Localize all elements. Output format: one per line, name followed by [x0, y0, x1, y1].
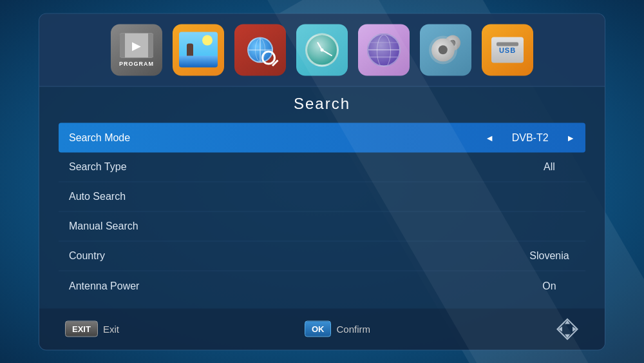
app-icon-search[interactable]	[234, 24, 286, 75]
gear-big-icon	[431, 39, 455, 62]
magnifier-icon	[261, 51, 276, 65]
exit-badge[interactable]: EXIT	[65, 321, 98, 337]
app-icon-gallery[interactable]	[173, 24, 224, 75]
content-area: Search Search Mode ◄ DVB-T2 ► Search Typ…	[39, 86, 605, 300]
setting-row-search-mode[interactable]: Search Mode ◄ DVB-T2 ►	[59, 123, 585, 152]
clock-face-icon	[305, 33, 339, 66]
search-type-value-area: All	[524, 161, 575, 173]
setting-row-country[interactable]: Country Slovenia	[59, 241, 585, 271]
gallery-icon-img	[179, 32, 218, 68]
film-strip-icon: ▶	[120, 33, 153, 57]
svg-marker-0	[565, 320, 570, 324]
country-label: Country	[69, 250, 524, 262]
navigation-diamond[interactable]	[556, 317, 579, 340]
search-type-label: Search Type	[69, 161, 524, 173]
icons-bar: ▶ PROGRAM	[39, 14, 605, 86]
app-icon-usb[interactable]: USB	[482, 24, 533, 75]
country-value: Slovenia	[524, 250, 575, 262]
svg-marker-3	[573, 326, 576, 331]
gears-icon	[428, 32, 464, 68]
search-mode-value-area: ◄ DVB-T2 ►	[485, 132, 575, 143]
globe2-oval	[377, 34, 391, 66]
usb-icon-inner: USB	[491, 37, 524, 63]
setting-row-antenna-power[interactable]: Antenna Power On	[59, 271, 585, 300]
app-icon-clock[interactable]	[296, 24, 348, 75]
main-container: ▶ PROGRAM	[39, 13, 605, 350]
page-title: Search	[59, 94, 585, 112]
program-label: PROGRAM	[119, 60, 154, 66]
search-mode-arrow-left[interactable]: ◄	[485, 132, 494, 142]
usb-card-icon: USB	[491, 37, 524, 63]
background: ▶ PROGRAM	[0, 0, 644, 363]
auto-search-label: Auto Search	[69, 191, 575, 202]
svg-marker-2	[558, 326, 562, 331]
ok-button-group: OK Confirm	[305, 321, 370, 337]
globe2-icon	[367, 33, 401, 66]
setting-row-manual-search[interactable]: Manual Search	[59, 211, 585, 241]
search-mode-label: Search Mode	[69, 132, 485, 143]
search-type-value: All	[524, 161, 575, 173]
exit-text: Exit	[103, 324, 119, 335]
app-icon-settings[interactable]	[420, 24, 471, 75]
country-value-area: Slovenia	[524, 250, 575, 262]
setting-row-search-type[interactable]: Search Type All	[59, 152, 585, 182]
settings-list: Search Mode ◄ DVB-T2 ► Search Type All	[59, 123, 585, 300]
ok-badge[interactable]: OK	[305, 321, 332, 337]
antenna-power-value-area: On	[524, 280, 575, 291]
search-icon-inner	[243, 32, 278, 68]
antenna-power-value: On	[524, 280, 575, 291]
usb-text: USB	[499, 46, 516, 54]
search-mode-arrow-right[interactable]: ►	[566, 132, 575, 142]
exit-button-group: EXIT Exit	[65, 321, 119, 337]
manual-search-label: Manual Search	[69, 221, 575, 232]
svg-marker-1	[565, 334, 570, 338]
search-mode-value: DVB-T2	[504, 132, 556, 143]
bottom-bar: EXIT Exit OK Confirm	[39, 308, 605, 349]
ok-text: Confirm	[336, 324, 370, 335]
app-icon-program[interactable]: ▶ PROGRAM	[111, 24, 162, 75]
antenna-power-label: Antenna Power	[69, 280, 524, 291]
setting-row-auto-search[interactable]: Auto Search	[59, 182, 585, 211]
diamond-arrows-icon	[556, 317, 579, 340]
app-icon-globe[interactable]	[358, 24, 410, 75]
